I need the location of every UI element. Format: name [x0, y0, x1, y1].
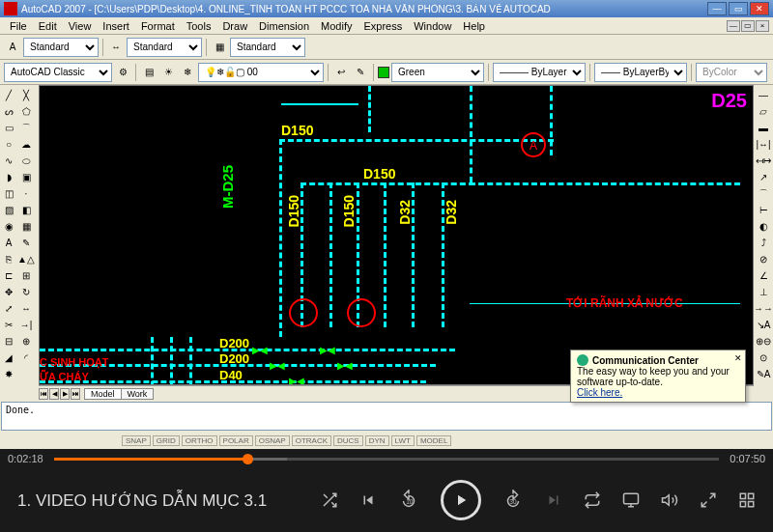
tab-model[interactable]: Model	[84, 388, 122, 400]
play-button[interactable]	[441, 480, 481, 520]
textstyle-select[interactable]: Standard	[23, 38, 99, 57]
xline-tool[interactable]: ╳	[17, 87, 35, 103]
trim-tool[interactable]: ✂	[0, 317, 17, 333]
rotate-tool[interactable]: ↻	[17, 284, 35, 300]
tab-last-icon[interactable]: ⏭	[71, 388, 80, 400]
prev-track-icon[interactable]	[359, 491, 377, 509]
arc-dim[interactable]: ⌒	[755, 185, 772, 202]
tolerance-tool[interactable]: ⊕⊖	[755, 333, 772, 350]
menu-window[interactable]: Window	[408, 20, 457, 32]
circle-tool[interactable]: ○	[0, 136, 17, 153]
ellipsearc-tool[interactable]: ◗	[0, 169, 17, 185]
region-tool[interactable]: ◉	[0, 218, 17, 235]
mtext-tool[interactable]: A	[0, 235, 17, 251]
layer-tool-icon[interactable]: ✎	[352, 64, 369, 81]
menu-dimension[interactable]: Dimension	[253, 20, 315, 32]
layer-manager-icon[interactable]: ▤	[140, 64, 157, 81]
lineweight-select[interactable]: —— ByLayerByLayer	[594, 63, 687, 82]
tab-work[interactable]: Work	[121, 388, 155, 400]
copy-tool[interactable]: ⎘	[0, 251, 17, 267]
break-tool[interactable]: ⊟	[0, 333, 17, 350]
popup-link[interactable]: Click here.	[577, 387, 622, 398]
aligned-dim[interactable]: ↗	[755, 169, 772, 185]
next-track-icon[interactable]	[545, 491, 562, 509]
layer-select[interactable]: 💡❄🔓▢ 00	[198, 63, 324, 82]
tab-prev-icon[interactable]: ◀	[49, 388, 59, 400]
table-tool[interactable]: ▦	[17, 218, 35, 235]
layer-prev-icon[interactable]: ↩	[332, 64, 350, 81]
progress-track[interactable]	[54, 458, 719, 461]
scale-tool[interactable]: ⤢	[0, 300, 17, 317]
doc-close[interactable]: ×	[756, 20, 769, 32]
baseline-dim[interactable]: ⊥	[755, 284, 772, 300]
shuffle-icon[interactable]	[321, 491, 338, 509]
grid-toggle[interactable]: GRID	[153, 435, 180, 446]
offset-tool[interactable]: ⊏	[0, 267, 17, 284]
menu-file[interactable]: File	[4, 20, 33, 32]
revcloud-tool[interactable]: ☁	[17, 136, 35, 153]
close-button[interactable]: ✕	[750, 2, 769, 15]
doc-restore[interactable]: ▭	[741, 20, 755, 32]
ord-dim[interactable]: ⊢	[755, 202, 772, 218]
tab-next-icon[interactable]: ▶	[60, 388, 70, 400]
point-tool[interactable]: ·	[17, 185, 35, 202]
area-tool[interactable]: ▱	[755, 103, 772, 120]
extend-tool[interactable]: →|	[17, 317, 35, 333]
linear-dim[interactable]: ↤↦	[755, 153, 772, 169]
stretch-tool[interactable]: ↔	[17, 300, 35, 317]
dimstyle-icon[interactable]: ↔	[107, 39, 125, 56]
arc-tool[interactable]: ⌒	[17, 120, 35, 136]
playlist-icon[interactable]	[738, 491, 756, 509]
menu-tools[interactable]: Tools	[181, 20, 217, 32]
fillet-tool[interactable]: ◜	[17, 350, 35, 366]
continue-dim[interactable]: →→	[755, 300, 772, 317]
layer-freeze-icon[interactable]: ❄	[179, 64, 196, 81]
menu-help[interactable]: Help	[457, 20, 491, 32]
explode-tool[interactable]: ✸	[0, 366, 17, 382]
ortho-toggle[interactable]: ORTHO	[182, 435, 217, 446]
plotstyle-select[interactable]: ByColor	[696, 63, 767, 82]
block-tool[interactable]: ◫	[0, 185, 17, 202]
ducs-toggle[interactable]: DUCS	[333, 435, 363, 446]
tablestyle-icon[interactable]: ▦	[211, 39, 228, 56]
popup-close-icon[interactable]: ✕	[734, 353, 742, 363]
menu-draw[interactable]: Draw	[216, 20, 253, 32]
progress-knob[interactable]	[243, 454, 253, 464]
textstyle-icon[interactable]: A	[4, 39, 21, 56]
repeat-icon[interactable]	[584, 491, 601, 509]
model-toggle[interactable]: MODEL	[416, 435, 451, 446]
polar-toggle[interactable]: POLAR	[219, 435, 253, 446]
volume-icon[interactable]	[661, 491, 678, 509]
doc-minimize[interactable]: —	[727, 20, 740, 32]
join-tool[interactable]: ⊕	[17, 333, 35, 350]
gradient-tool[interactable]: ◧	[17, 202, 35, 218]
workspace-settings-icon[interactable]: ⚙	[114, 64, 131, 81]
cast-icon[interactable]	[622, 491, 640, 509]
snap-toggle[interactable]: SNAP	[122, 435, 151, 446]
menu-format[interactable]: Format	[135, 20, 181, 32]
tablestyle-select[interactable]: Standard	[230, 38, 305, 57]
dimstyle-select[interactable]: Standard	[127, 38, 202, 57]
rewind-10-icon[interactable]: 10	[398, 490, 419, 511]
array-tool[interactable]: ⊞	[17, 267, 35, 284]
rect-tool[interactable]: ▭	[0, 120, 17, 136]
tab-first-icon[interactable]: ⏮	[39, 388, 48, 400]
region-tool2[interactable]: ▬	[755, 120, 772, 136]
command-line[interactable]: Done.	[1, 402, 772, 431]
dia-dim[interactable]: ⊘	[755, 251, 772, 267]
menu-edit[interactable]: Edit	[33, 20, 63, 32]
ellipse-tool[interactable]: ⬭	[17, 153, 35, 169]
workspace-select[interactable]: AutoCAD Classic	[4, 63, 112, 82]
dimedit-tool[interactable]: ✎A	[755, 366, 772, 382]
menu-view[interactable]: View	[63, 20, 98, 32]
otrack-toggle[interactable]: OTRACK	[292, 435, 331, 446]
fullscreen-icon[interactable]	[700, 491, 717, 509]
menu-modify[interactable]: Modify	[315, 20, 358, 32]
menu-insert[interactable]: Insert	[97, 20, 135, 32]
color-select[interactable]: Green	[391, 63, 484, 82]
leader-tool[interactable]: ↘A	[755, 317, 772, 333]
move-tool[interactable]: ✥	[0, 284, 17, 300]
ang-dim[interactable]: ∠	[755, 267, 772, 284]
spline-tool[interactable]: ∿	[0, 153, 17, 169]
forward-30-icon[interactable]: 30	[502, 490, 524, 511]
